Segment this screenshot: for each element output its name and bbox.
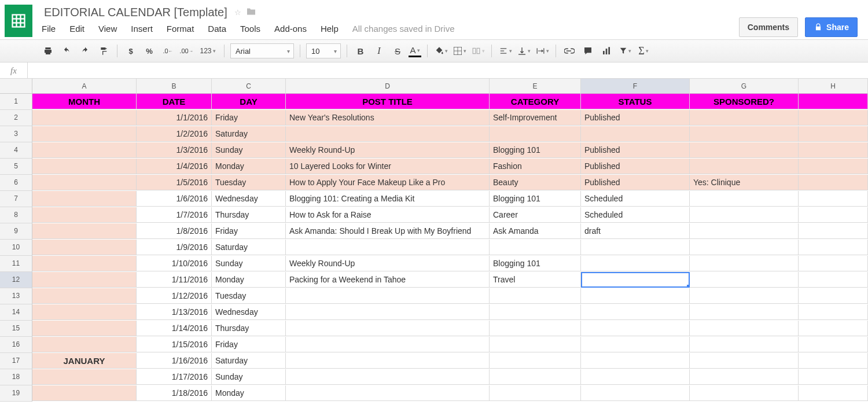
cell-status[interactable] xyxy=(581,126,690,142)
h-align-button[interactable] xyxy=(498,43,513,58)
cell-status[interactable] xyxy=(581,288,690,304)
cell-month[interactable] xyxy=(32,288,137,304)
cell-title[interactable] xyxy=(286,385,490,401)
cell-status[interactable] xyxy=(581,321,690,336)
cell-h[interactable] xyxy=(799,126,868,142)
cell-day[interactable]: Thursday xyxy=(212,207,286,223)
row-header-6[interactable]: 6 xyxy=(0,175,32,191)
select-all-corner[interactable] xyxy=(0,79,32,94)
cell-day[interactable]: Monday xyxy=(212,159,286,174)
column-header-E[interactable]: E xyxy=(490,79,581,94)
header-cell[interactable] xyxy=(799,94,868,109)
cell-h[interactable] xyxy=(799,175,868,190)
header-cell[interactable]: STATUS xyxy=(581,94,690,109)
cell-month[interactable] xyxy=(32,207,137,223)
cell-category[interactable] xyxy=(490,240,581,255)
formula-input[interactable] xyxy=(28,63,868,78)
cell-day[interactable]: Tuesday xyxy=(212,288,286,304)
cell-month[interactable] xyxy=(32,240,137,255)
cell-sponsored[interactable] xyxy=(690,256,799,271)
cell-date[interactable]: 1/10/2016 xyxy=(137,256,212,271)
cell-category[interactable]: Career xyxy=(490,207,581,223)
cell-h[interactable] xyxy=(799,110,868,126)
cell-category[interactable] xyxy=(490,337,581,352)
menu-insert[interactable]: Insert xyxy=(131,24,153,34)
cell-sponsored[interactable] xyxy=(690,159,799,174)
cell-sponsored[interactable] xyxy=(690,126,799,142)
cell-category[interactable]: Travel xyxy=(490,272,581,288)
text-color-button[interactable]: A xyxy=(409,45,421,57)
cell-sponsored[interactable] xyxy=(690,304,799,320)
cell-date[interactable]: 1/14/2016 xyxy=(137,321,212,336)
row-header-14[interactable]: 14 xyxy=(0,304,32,321)
cell-month[interactable] xyxy=(32,385,137,401)
cell-date[interactable]: 1/3/2016 xyxy=(137,142,212,158)
fill-color-button[interactable] xyxy=(433,43,448,58)
cell-category[interactable] xyxy=(490,385,581,401)
cell-sponsored[interactable] xyxy=(690,353,799,369)
share-button[interactable]: Share xyxy=(805,17,858,37)
cell-day[interactable]: Friday xyxy=(212,223,286,239)
cell-status[interactable] xyxy=(581,240,690,255)
row-header-1[interactable]: 1 xyxy=(0,94,32,110)
cell-title[interactable] xyxy=(286,337,490,352)
cell-h[interactable] xyxy=(799,207,868,223)
row-header-3[interactable]: 3 xyxy=(0,126,32,142)
cell-category[interactable]: Self-Improvement xyxy=(490,110,581,126)
row-header-5[interactable]: 5 xyxy=(0,159,32,175)
cell-status[interactable] xyxy=(581,353,690,369)
cell-h[interactable] xyxy=(799,142,868,158)
cell-month[interactable] xyxy=(32,223,137,239)
cell-status[interactable] xyxy=(581,256,690,271)
cell-month[interactable] xyxy=(32,369,137,385)
redo-icon[interactable] xyxy=(78,43,93,58)
borders-button[interactable] xyxy=(452,43,467,58)
cell-category[interactable] xyxy=(490,304,581,320)
currency-button[interactable]: $ xyxy=(123,43,138,58)
cell-category[interactable]: Beauty xyxy=(490,175,581,190)
cell-title[interactable]: New Year's Resolutions xyxy=(286,110,490,126)
print-icon[interactable] xyxy=(41,43,56,58)
cell-category[interactable] xyxy=(490,321,581,336)
cell-day[interactable]: Thursday xyxy=(212,321,286,336)
cell-status[interactable]: Scheduled xyxy=(581,191,690,207)
column-header-H[interactable]: H xyxy=(799,79,868,94)
cell-title[interactable] xyxy=(286,304,490,320)
cell-h[interactable] xyxy=(799,223,868,239)
cell-title[interactable]: Weekly Round-Up xyxy=(286,256,490,271)
cell-month[interactable] xyxy=(32,337,137,352)
cell-date[interactable]: 1/1/2016 xyxy=(137,110,212,126)
cell-h[interactable] xyxy=(799,321,868,336)
cell-day[interactable]: Wednesday xyxy=(212,191,286,207)
cell-sponsored[interactable] xyxy=(690,207,799,223)
cell-day[interactable]: Tuesday xyxy=(212,175,286,190)
header-cell[interactable]: DATE xyxy=(137,94,212,109)
cell-date[interactable]: 1/11/2016 xyxy=(137,272,212,288)
font-select[interactable]: Arial xyxy=(230,43,294,58)
cell-sponsored[interactable] xyxy=(690,142,799,158)
cell-month[interactable] xyxy=(32,126,137,142)
comments-button[interactable]: Comments xyxy=(739,17,798,37)
header-cell[interactable]: SPONSORED? xyxy=(690,94,799,109)
cell-date[interactable]: 1/18/2016 xyxy=(137,385,212,401)
bold-button[interactable]: B xyxy=(353,43,368,58)
cell-h[interactable] xyxy=(799,256,868,271)
header-cell[interactable]: POST TITLE xyxy=(286,94,490,109)
cell-date[interactable]: 1/16/2016 xyxy=(137,353,212,369)
cell-title[interactable] xyxy=(286,353,490,369)
column-header-B[interactable]: B xyxy=(137,79,212,94)
cell-date[interactable]: 1/4/2016 xyxy=(137,159,212,174)
cell-month[interactable] xyxy=(32,321,137,336)
row-header-15[interactable]: 15 xyxy=(0,321,32,337)
cell-category[interactable] xyxy=(490,288,581,304)
spreadsheet-grid[interactable]: ABCDEFGH1MONTHDATEDAYPOST TITLECATEGORYS… xyxy=(0,79,868,402)
cell-sponsored[interactable] xyxy=(690,272,799,288)
cell-day[interactable]: Saturday xyxy=(212,126,286,142)
menu-view[interactable]: View xyxy=(98,24,117,34)
cell-status[interactable]: Published xyxy=(581,142,690,158)
cell-day[interactable]: Saturday xyxy=(212,240,286,255)
cell-sponsored[interactable] xyxy=(690,321,799,336)
sheets-logo[interactable] xyxy=(5,5,32,37)
cell-month[interactable] xyxy=(32,159,137,174)
row-header-4[interactable]: 4 xyxy=(0,142,32,159)
